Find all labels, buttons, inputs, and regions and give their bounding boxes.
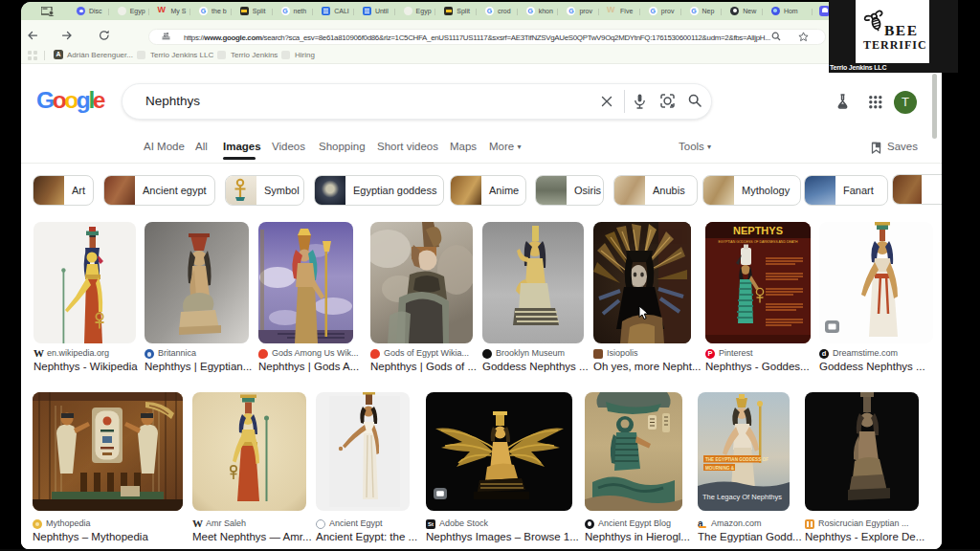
svg-text:MOURNING &: MOURNING & bbox=[705, 466, 735, 471]
svg-text:BEE: BEE bbox=[884, 22, 919, 38]
svg-text:THE EGYPTIAN GODDESS OF: THE EGYPTIAN GODDESS OF bbox=[705, 457, 768, 462]
svg-text:NEPTHYS: NEPTHYS bbox=[733, 225, 783, 236]
svg-text:EGYPTIAN GODDESS OF DARKNESS A: EGYPTIAN GODDESS OF DARKNESS AND DEATH bbox=[719, 240, 798, 244]
svg-text:TERRIFIC: TERRIFIC bbox=[863, 38, 927, 52]
svg-text:The Legacy Of Nephthys: The Legacy Of Nephthys bbox=[702, 493, 782, 501]
